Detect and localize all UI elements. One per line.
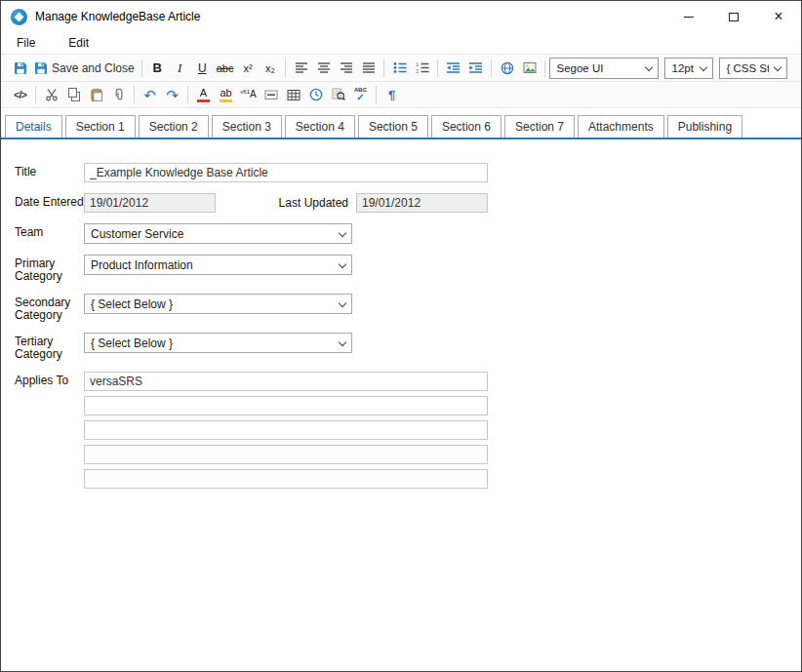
insert-link-button[interactable] [496, 57, 518, 80]
attachment-icon [112, 88, 126, 101]
tertiary-category-select[interactable]: { Select Below } [84, 333, 352, 353]
app-logo-icon [11, 9, 27, 25]
toolbar-separator [491, 59, 492, 77]
save-and-close-button[interactable]: Save and Close [31, 57, 138, 80]
applies-to-input-3[interactable] [84, 420, 488, 440]
maximize-button[interactable] [711, 1, 756, 32]
team-row: Team Customer Service [15, 223, 787, 244]
minimize-button[interactable] [666, 1, 711, 32]
align-center-icon [317, 61, 331, 74]
char-code-icon: x61A [240, 89, 256, 99]
css-styles-select[interactable]: { CSS Styles } [719, 58, 787, 79]
insert-time-button[interactable] [304, 83, 327, 106]
tab-section-7[interactable]: Section 7 [504, 115, 575, 138]
horizontal-rule-icon [264, 89, 278, 100]
applies-to-input-5[interactable] [84, 469, 488, 489]
redo-button[interactable]: ↷ [161, 83, 183, 106]
clean-code-button[interactable]: ¶ [381, 83, 403, 106]
title-input[interactable] [84, 163, 488, 182]
date-entered-input[interactable] [84, 193, 216, 213]
menu-edit[interactable]: Edit [64, 34, 93, 52]
code-view-button[interactable]: </> [9, 83, 31, 106]
insert-image-button[interactable] [518, 57, 541, 80]
primary-category-select[interactable]: Product Information [84, 255, 352, 275]
team-select[interactable]: Customer Service [84, 223, 352, 244]
char-code-letter: A [250, 90, 257, 100]
horizontal-rule-button[interactable] [260, 83, 282, 106]
dates-fields: Last Updated [84, 193, 488, 213]
tab-section-5[interactable]: Section 5 [358, 115, 428, 138]
outdent-button[interactable] [442, 57, 464, 80]
save-button[interactable] [9, 57, 31, 80]
svg-text:2: 2 [416, 68, 419, 74]
tab-section-6[interactable]: Section 6 [431, 115, 501, 138]
applies-to-input-4[interactable] [84, 445, 488, 464]
menu-bar: File Edit [1, 32, 801, 54]
formatting-toolbar: Save and Close B I U abc x² x₂ 12 Segoe … [1, 54, 801, 81]
underline-button[interactable]: U [191, 57, 214, 80]
subscript-button[interactable]: x₂ [259, 57, 281, 80]
applies-to-input-2[interactable] [84, 396, 488, 415]
applies-to-label: Applies To [15, 372, 84, 489]
align-right-icon [340, 61, 353, 74]
cut-button[interactable] [40, 83, 62, 106]
copy-button[interactable] [62, 83, 85, 106]
font-size-select[interactable]: 12pt [664, 58, 713, 79]
svg-text:1: 1 [416, 61, 419, 67]
bullet-list-button[interactable] [388, 57, 411, 80]
save-icon [14, 61, 27, 75]
font-size-select-wrap: 12pt [664, 58, 713, 79]
align-center-button[interactable] [312, 57, 335, 80]
highlight-icon: ab [220, 88, 232, 102]
tab-section-4[interactable]: Section 4 [285, 115, 355, 138]
undo-button[interactable]: ↶ [139, 83, 161, 106]
tab-attachments[interactable]: Attachments [578, 115, 664, 138]
font-color-bar [197, 99, 210, 102]
strikethrough-icon: abc [217, 62, 234, 74]
tab-publishing[interactable]: Publishing [667, 115, 742, 138]
tab-section-2[interactable]: Section 2 [139, 115, 209, 138]
title-bar: Manage KnowledgeBase Article × [1, 1, 801, 32]
bold-button[interactable]: B [146, 57, 169, 80]
maximize-icon [729, 13, 739, 21]
tab-section-3[interactable]: Section 3 [212, 115, 282, 138]
font-color-button[interactable]: A [192, 83, 215, 106]
tertiary-category-select-wrap: { Select Below } [84, 333, 352, 361]
insert-table-button[interactable] [282, 83, 304, 106]
highlight-button[interactable]: ab [215, 83, 237, 106]
toolbar-separator [383, 59, 384, 77]
spellcheck-button[interactable]: ABC✓ [349, 83, 372, 106]
tertiary-category-label: Tertiary Category [15, 333, 84, 361]
numbered-list-icon: 12 [416, 61, 429, 74]
align-left-button[interactable] [290, 57, 312, 80]
indent-button[interactable] [464, 57, 487, 80]
dates-row: Date Entered Last Updated [15, 193, 787, 213]
superscript-button[interactable]: x² [236, 57, 259, 80]
print-preview-button[interactable] [327, 83, 349, 106]
bullet-list-icon [393, 61, 407, 74]
applies-to-input-1[interactable] [84, 372, 488, 391]
numbered-list-button[interactable]: 12 [411, 57, 433, 80]
title-label: Title [15, 163, 84, 182]
secondary-category-select[interactable]: { Select Below } [84, 294, 352, 314]
align-right-button[interactable] [335, 57, 357, 80]
outdent-icon [446, 61, 461, 74]
font-family-select[interactable]: Segoe UI [549, 58, 659, 79]
tab-details[interactable]: Details [5, 115, 62, 138]
strikethrough-button[interactable]: abc [214, 57, 237, 80]
tab-section-1[interactable]: Section 1 [65, 115, 136, 138]
attach-button[interactable] [107, 83, 130, 106]
table-icon [287, 89, 301, 101]
last-updated-group: Last Updated [279, 193, 488, 213]
char-code-button[interactable]: x61A [237, 83, 260, 106]
italic-button[interactable]: I [169, 57, 191, 80]
paste-button[interactable] [85, 83, 107, 106]
bold-icon: B [153, 60, 162, 75]
underline-icon: U [198, 61, 207, 75]
menu-file[interactable]: File [13, 34, 39, 52]
applies-to-row: Applies To [15, 372, 787, 489]
subscript-icon: x₂ [265, 62, 275, 74]
last-updated-input[interactable] [356, 193, 488, 213]
close-button[interactable]: × [756, 1, 801, 32]
align-justify-button[interactable] [357, 57, 380, 80]
